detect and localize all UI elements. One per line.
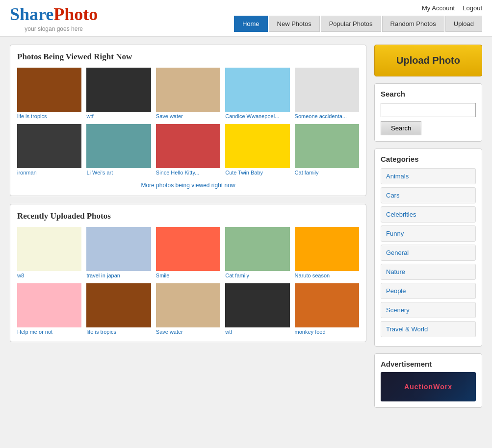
nav-bar: Home New Photos Popular Photos Random Ph… — [234, 16, 482, 32]
categories-section: Categories AnimalsCarsCelebritiesFunnyGe… — [374, 149, 482, 347]
viewed-photo-item[interactable]: Li Wei's art — [86, 124, 151, 175]
recent-photo-item[interactable]: wtf — [225, 283, 289, 335]
nav-random-photos[interactable]: Random Photos — [382, 16, 444, 32]
category-item[interactable]: Funny — [381, 225, 476, 242]
photo-thumbnail — [17, 124, 81, 168]
photo-thumbnail — [225, 227, 289, 271]
recent-photo-item[interactable]: travel in japan — [86, 227, 151, 278]
ad-section: Advertisement AuctionWorx — [374, 353, 482, 408]
category-item[interactable]: Nature — [381, 264, 476, 280]
nav-home[interactable]: Home — [234, 16, 268, 32]
photo-label: Naruto season — [295, 273, 359, 278]
more-link-area: More photos being viewed right now — [17, 181, 359, 189]
viewed-photo-item[interactable]: Cute Twin Baby — [225, 124, 289, 175]
header: SharePhoto your slogan goes here My Acco… — [0, 0, 492, 37]
logo[interactable]: SharePhoto — [10, 4, 98, 25]
category-item[interactable]: Animals — [381, 168, 476, 184]
recent-photo-item[interactable]: monkey food — [295, 283, 359, 335]
my-account-link[interactable]: My Account — [422, 4, 455, 12]
nav-popular-photos[interactable]: Popular Photos — [321, 16, 381, 32]
photo-thumbnail — [225, 283, 289, 327]
recent-photo-grid: w8 travel in japan Smile Cat family Naru… — [17, 227, 359, 335]
photo-thumbnail — [17, 283, 81, 327]
photo-label: Cute Twin Baby — [225, 170, 289, 175]
photo-thumbnail — [17, 227, 81, 271]
viewed-photo-item[interactable]: wtf — [86, 68, 151, 119]
viewed-photo-item[interactable]: Since Hello Kitty... — [156, 124, 220, 175]
recent-photo-item[interactable]: Help me or not — [17, 283, 81, 335]
photo-label: life is tropics — [86, 329, 151, 335]
viewed-photo-item[interactable]: Save water — [156, 68, 220, 119]
photo-label: wtf — [86, 113, 151, 119]
photo-label: Cat family — [225, 273, 289, 278]
photo-thumbnail — [295, 283, 359, 327]
viewed-photo-item[interactable]: Candice Wwanepoel... — [225, 68, 289, 119]
photo-label: Li Wei's art — [86, 170, 151, 175]
photo-thumbnail — [86, 124, 151, 168]
photo-thumbnail — [156, 283, 220, 327]
logout-link[interactable]: Logout — [463, 4, 482, 12]
photo-label: Save water — [156, 329, 220, 335]
viewed-photo-item[interactable]: Cat family — [295, 124, 359, 175]
photo-label: wtf — [225, 329, 289, 335]
recent-photo-item[interactable]: Naruto season — [295, 227, 359, 278]
logo-slogan: your slogan goes here — [10, 25, 98, 32]
recent-title: Recently Uploaded Photos — [17, 211, 359, 221]
ad-banner: AuctionWorx — [381, 372, 476, 401]
viewed-title: Photos Being Viewed Right Now — [17, 52, 359, 62]
recent-photo-item[interactable]: life is tropics — [86, 283, 151, 335]
search-input[interactable] — [381, 103, 476, 117]
main-layout: Photos Being Viewed Right Now life is tr… — [0, 37, 492, 416]
photo-thumbnail — [86, 68, 151, 112]
recent-photo-item[interactable]: w8 — [17, 227, 81, 278]
viewed-photo-item[interactable]: Someone accidenta... — [295, 68, 359, 119]
photo-thumbnail — [156, 68, 220, 112]
categories-list: AnimalsCarsCelebritiesFunnyGeneralNature… — [381, 168, 476, 337]
photo-label: Cat family — [295, 170, 359, 175]
nav-new-photos[interactable]: New Photos — [269, 16, 320, 32]
photo-label: w8 — [17, 273, 81, 278]
photo-thumbnail — [86, 283, 151, 327]
photo-thumbnail — [156, 227, 220, 271]
search-title: Search — [381, 90, 476, 98]
photo-thumbnail — [225, 68, 289, 112]
more-photos-link[interactable]: More photos being viewed right now — [141, 182, 235, 189]
nav-upload[interactable]: Upload — [445, 16, 482, 32]
category-item[interactable]: People — [381, 283, 476, 299]
category-item[interactable]: Celebrities — [381, 206, 476, 223]
viewed-photo-item[interactable]: life is tropics — [17, 68, 81, 119]
logo-area: SharePhoto your slogan goes here — [10, 4, 98, 32]
category-item[interactable]: General — [381, 245, 476, 261]
logo-share-text: Share — [10, 4, 53, 24]
viewed-panel: Photos Being Viewed Right Now life is tr… — [10, 45, 366, 196]
recent-photo-item[interactable]: Cat family — [225, 227, 289, 278]
upload-photo-button[interactable]: Upload Photo — [374, 45, 482, 76]
photo-label: travel in japan — [86, 273, 151, 278]
photo-label: life is tropics — [17, 113, 81, 119]
photo-label: monkey food — [295, 329, 359, 335]
logo-photo-text: Photo — [53, 4, 98, 24]
category-item[interactable]: Scenery — [381, 302, 476, 318]
category-item[interactable]: Travel & World — [381, 321, 476, 337]
top-right-links: My Account Logout — [422, 4, 482, 12]
photo-label: Smile — [156, 273, 220, 278]
categories-title: Categories — [381, 155, 476, 163]
photo-thumbnail — [295, 227, 359, 271]
photo-label: ironman — [17, 170, 81, 175]
recent-panel: Recently Uploaded Photos w8 travel in ja… — [10, 204, 366, 342]
content-area: Photos Being Viewed Right Now life is tr… — [10, 45, 366, 408]
viewed-photo-item[interactable]: ironman — [17, 124, 81, 175]
photo-thumbnail — [86, 227, 151, 271]
recent-photo-item[interactable]: Save water — [156, 283, 220, 335]
photo-thumbnail — [295, 124, 359, 168]
ad-text: AuctionWorx — [404, 383, 452, 391]
ad-title: Advertisement — [381, 360, 476, 368]
search-button[interactable]: Search — [381, 121, 421, 135]
category-item[interactable]: Cars — [381, 187, 476, 203]
recent-photo-item[interactable]: Smile — [156, 227, 220, 278]
search-section: Search Search — [374, 83, 482, 142]
sidebar: Upload Photo Search Search Categories An… — [374, 45, 482, 408]
photo-label: Candice Wwanepoel... — [225, 113, 289, 119]
photo-label: Someone accidenta... — [295, 113, 359, 119]
photo-thumbnail — [156, 124, 220, 168]
